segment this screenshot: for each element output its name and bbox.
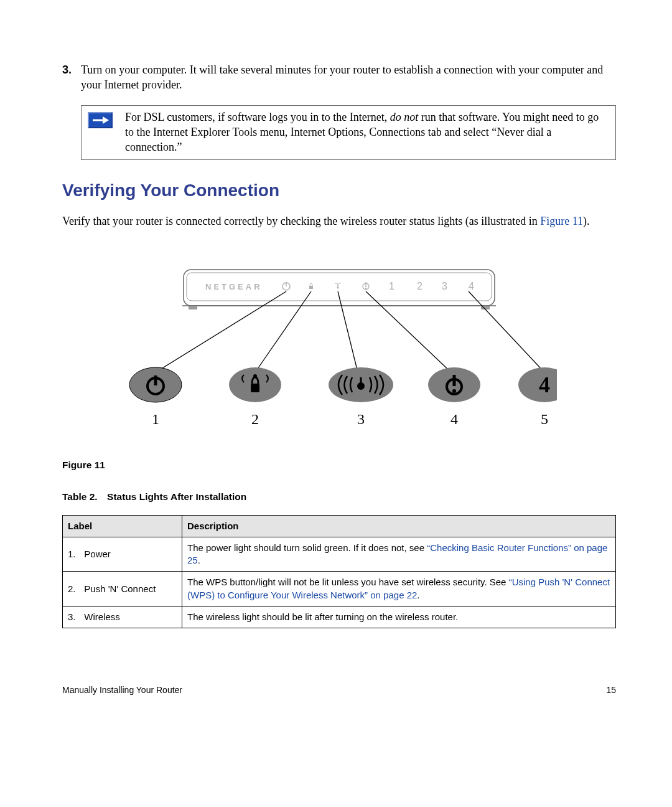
note-text: For DSL customers, if software logs you …	[125, 110, 609, 155]
callout-num-2: 2	[251, 411, 259, 427]
footer-left: Manually Installing Your Router	[62, 684, 182, 696]
note-prefix: For DSL customers, if software logs you …	[125, 111, 390, 123]
table-row: 2. Push 'N' Connect The WPS button/light…	[63, 572, 616, 606]
figure-11: NETGEAR 1 2 3 4 1	[62, 257, 616, 448]
figure-link[interactable]: Figure 11	[540, 215, 583, 227]
panel-num-1: 1	[389, 281, 394, 291]
note-box: For DSL customers, if software logs you …	[81, 105, 616, 161]
footer-page-number: 15	[606, 684, 616, 696]
svg-point-23	[253, 374, 257, 378]
row-name: Wireless	[84, 611, 120, 622]
figure-label: Figure 11	[62, 459, 616, 472]
svg-rect-5	[189, 306, 197, 309]
intro-prefix: Verify that your router is connected cor…	[62, 215, 540, 227]
table-row: 3. Wireless The wireless light should be…	[63, 606, 616, 628]
table-row: 1. Power The power light should turn sol…	[63, 537, 616, 572]
wireless-icon	[335, 283, 340, 289]
step-row: 3. Turn on your computer. It will take s…	[62, 62, 616, 93]
row-desc-suffix: .	[417, 590, 419, 600]
note-emphasis: do not	[390, 111, 419, 123]
section-heading: Verifying Your Connection	[62, 179, 616, 202]
row-num: 1.	[68, 548, 79, 560]
router-illustration: NETGEAR 1 2 3 4 1	[121, 257, 557, 444]
arrow-right-icon	[88, 112, 113, 128]
callout-num-3: 3	[357, 411, 365, 427]
power-icon	[282, 282, 290, 290]
callout-oval-internet	[428, 367, 480, 402]
th-label: Label	[63, 515, 182, 537]
svg-point-13	[339, 283, 340, 284]
panel-num-4: 4	[469, 281, 474, 291]
panel-num-2: 2	[417, 281, 422, 291]
wps-lock-icon	[309, 283, 313, 289]
router-brand-label: NETGEAR	[205, 282, 263, 291]
intro-suffix: ).	[583, 215, 590, 227]
row-num: 3.	[68, 611, 79, 623]
note-icon-wrap	[88, 110, 125, 155]
callout-lines	[156, 291, 544, 372]
svg-point-12	[335, 283, 337, 284]
table-title: Table 2. Status Lights After Installatio…	[62, 491, 616, 504]
svg-rect-9	[309, 286, 313, 289]
row-desc-suffix: .	[198, 555, 200, 565]
page-footer: Manually Installing Your Router 15	[62, 684, 616, 696]
callout-oval-wps	[229, 367, 281, 402]
row-name: Push 'N' Connect	[84, 583, 156, 594]
row-desc-prefix: The WPS button/light will not be lit unl…	[187, 577, 509, 587]
svg-rect-22	[251, 384, 259, 392]
step-number: 3.	[62, 62, 81, 93]
svg-rect-29	[453, 375, 456, 386]
row-name: Power	[84, 549, 111, 559]
row-desc-prefix: The power light should turn solid green.…	[187, 542, 427, 553]
callout-oval-lan: 4	[518, 367, 557, 402]
panel-num-3: 3	[442, 281, 447, 291]
callout-num-4: 4	[450, 411, 458, 427]
svg-point-16	[365, 287, 366, 288]
step-text: Turn on your computer. It will take seve…	[81, 62, 616, 93]
svg-marker-1	[103, 116, 109, 124]
internet-icon	[363, 282, 369, 290]
svg-point-30	[452, 389, 456, 393]
row-num: 2.	[68, 583, 79, 595]
status-lights-table: Label Description 1. Power The power lig…	[62, 515, 616, 629]
intro-paragraph: Verify that your router is connected cor…	[62, 214, 616, 229]
row-desc-prefix: The wireless light should be lit after t…	[187, 611, 458, 622]
svg-point-31	[518, 367, 557, 402]
th-description: Description	[182, 515, 616, 537]
svg-rect-20	[154, 375, 157, 385]
callout-oval-wireless	[329, 367, 393, 402]
callout-oval-power	[129, 367, 182, 402]
callout-num-5: 5	[541, 411, 548, 427]
callout-num-1: 1	[152, 411, 159, 427]
lan-number-icon: 4	[539, 372, 550, 397]
